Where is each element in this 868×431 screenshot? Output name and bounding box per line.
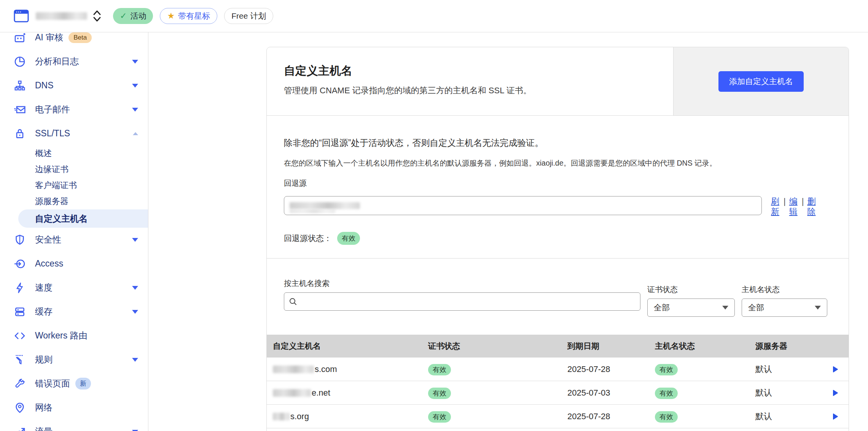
code-brackets-icon (14, 330, 26, 342)
host-status-badge: 有效 (655, 388, 678, 399)
separator: | (784, 196, 786, 217)
origin-value: 默认 (755, 364, 822, 375)
row-expand-button[interactable] (822, 413, 849, 420)
new-badge: 新 (75, 378, 91, 389)
sidebar-subitem-custom-hostnames-active[interactable]: 自定义主机名 (18, 209, 148, 228)
sidebar: AI 审核 Beta 分析和日志 DNS (0, 32, 148, 431)
sidebar-subitem-label: 源服务器 (35, 196, 68, 207)
sidebar-item-analytics[interactable]: 分析和日志 (0, 49, 148, 73)
cert-status-badge: 有效 (428, 388, 451, 399)
host-status-value: 全部 (748, 302, 764, 313)
fallback-origin-value-redacted-2 (290, 209, 335, 213)
hostname-suffix: s.com (315, 364, 337, 374)
account-switcher-icon[interactable] (92, 10, 102, 22)
sidebar-subitem-label: 自定义主机名 (35, 213, 88, 225)
chevron-down-icon[interactable] (132, 430, 138, 431)
chevron-down-icon[interactable] (132, 84, 138, 88)
search-icon (289, 297, 297, 306)
sidebar-item-traffic[interactable]: 流量 (0, 420, 148, 431)
chevron-down-icon[interactable] (132, 310, 138, 314)
sidebar-item-speed[interactable]: 速度 (0, 276, 148, 300)
cert-status-badge: 有效 (428, 364, 451, 375)
col-header-origin: 源服务器 (755, 341, 822, 351)
custom-hostnames-card: 自定义主机名 管理使用 CNAME 记录指向您的域的第三方的主机名和 SSL 证… (266, 47, 849, 431)
card-header-action-panel: 添加自定义主机名 (673, 47, 849, 115)
chevron-down-icon (815, 306, 821, 310)
table-header-row: 自定义主机名 证书状态 到期日期 主机名状态 源服务器 (267, 335, 849, 358)
chevron-down-icon[interactable] (132, 60, 138, 64)
hostname-cell: s.com (267, 364, 428, 374)
host-status-select[interactable]: 全部 (742, 299, 827, 317)
edit-link[interactable]: 编辑 (789, 196, 798, 217)
sidebar-item-network[interactable]: 网络 (0, 396, 148, 420)
search-label: 按主机名搜索 (284, 278, 640, 289)
access-icon (14, 258, 26, 270)
row-expand-button[interactable] (822, 366, 849, 373)
fallback-origin-section: 除非您的“回退源”处于活动状态，否则自定义主机名无法完成验证。 在您的区域下输入… (267, 116, 849, 259)
beta-badge: Beta (68, 32, 92, 43)
chevron-up-icon[interactable] (133, 132, 138, 135)
sidebar-item-label: 流量 (35, 426, 53, 431)
pie-chart-icon (14, 56, 26, 68)
sidebar-subitem-edge-certs[interactable]: 边缘证书 (0, 161, 148, 177)
fallback-origin-input[interactable] (284, 196, 762, 215)
expand-triangle-icon (833, 389, 838, 396)
sidebar-item-rules[interactable]: 规则 (0, 348, 148, 372)
hostname-redacted (273, 389, 311, 397)
sidebar-item-dns[interactable]: DNS (0, 73, 148, 97)
network-tree-icon (14, 80, 26, 92)
status-badge-active: ✓ 活动 (113, 8, 153, 24)
origin-value: 默认 (755, 411, 822, 422)
table-row: e.net 有效 2025-07-03 有效 默认 (267, 381, 849, 405)
fallback-origin-label: 回退源 (284, 178, 831, 188)
hostname-search-box[interactable] (284, 292, 640, 311)
page-title: 自定义主机名 (284, 63, 656, 79)
host-status-label: 主机名状态 (742, 284, 827, 295)
refresh-link[interactable]: 刷新 (771, 196, 780, 217)
table-row: s.org 有效 2025-07-28 有效 默认 (267, 405, 849, 428)
origin-value: 默认 (755, 387, 822, 399)
hostname-cell: e.net (267, 388, 428, 398)
filter-section: 按主机名搜索 证书状态 全部 主机名状态 全部 (267, 259, 849, 335)
sidebar-item-email[interactable]: 电子邮件 (0, 97, 148, 121)
sidebar-subitem-overview[interactable]: 概述 (0, 145, 148, 161)
cert-status-select[interactable]: 全部 (647, 299, 735, 317)
sidebar-item-error-pages[interactable]: 错误页面 新 (0, 372, 148, 396)
account-name-redacted (36, 12, 87, 20)
delete-link[interactable]: 删除 (807, 196, 816, 217)
starred-badge[interactable]: ★ 带有星标 (160, 8, 217, 24)
page-subtitle: 管理使用 CNAME 记录指向您的域的第三方的主机名和 SSL 证书。 (284, 85, 656, 96)
sidebar-item-label: 网络 (35, 402, 53, 413)
search-input[interactable] (301, 297, 640, 306)
card-header: 自定义主机名 管理使用 CNAME 记录指向您的域的第三方的主机名和 SSL 证… (267, 47, 849, 116)
chevron-down-icon[interactable] (132, 238, 138, 242)
expiry-date: 2025-07-28 (567, 364, 655, 374)
col-header-expiry: 到期日期 (567, 341, 655, 351)
sidebar-item-cache[interactable]: 缓存 (0, 300, 148, 324)
sidebar-item-ai-audit[interactable]: AI 审核 Beta (0, 32, 148, 49)
lock-icon (14, 128, 26, 140)
chevron-down-icon[interactable] (132, 286, 138, 290)
custom-hostnames-table: 自定义主机名 证书状态 到期日期 主机名状态 源服务器 s.com 有效 202… (267, 335, 849, 428)
sidebar-item-access[interactable]: Access (0, 252, 148, 276)
row-expand-button[interactable] (822, 389, 849, 396)
star-icon: ★ (167, 11, 175, 21)
col-header-hostname: 自定义主机名 (267, 341, 428, 351)
separator: | (802, 196, 804, 217)
sidebar-item-ssl-tls[interactable]: SSL/TLS (0, 121, 148, 145)
sidebar-subitem-origin-server[interactable]: 源服务器 (0, 193, 148, 209)
fallback-actions: 刷新 | 编辑 | 删除 (771, 196, 816, 217)
sidebar-item-label: DNS (35, 80, 54, 91)
sidebar-item-security[interactable]: 安全性 (0, 228, 148, 252)
chevron-down-icon[interactable] (132, 108, 138, 112)
sidebar-subitem-label: 概述 (35, 148, 52, 159)
fallback-warning-text: 除非您的“回退源”处于活动状态，否则自定义主机名无法完成验证。 (284, 137, 831, 149)
table-row: s.com 有效 2025-07-28 有效 默认 (267, 358, 849, 381)
chevron-down-icon[interactable] (132, 358, 138, 362)
shield-icon (14, 234, 26, 246)
add-custom-hostname-button[interactable]: 添加自定义主机名 (718, 71, 804, 92)
cert-status-value: 全部 (654, 302, 670, 313)
sidebar-item-label: AI 审核 (35, 32, 63, 43)
sidebar-item-workers-routes[interactable]: Workers 路由 (0, 324, 148, 348)
sidebar-subitem-client-certs[interactable]: 客户端证书 (0, 177, 148, 193)
